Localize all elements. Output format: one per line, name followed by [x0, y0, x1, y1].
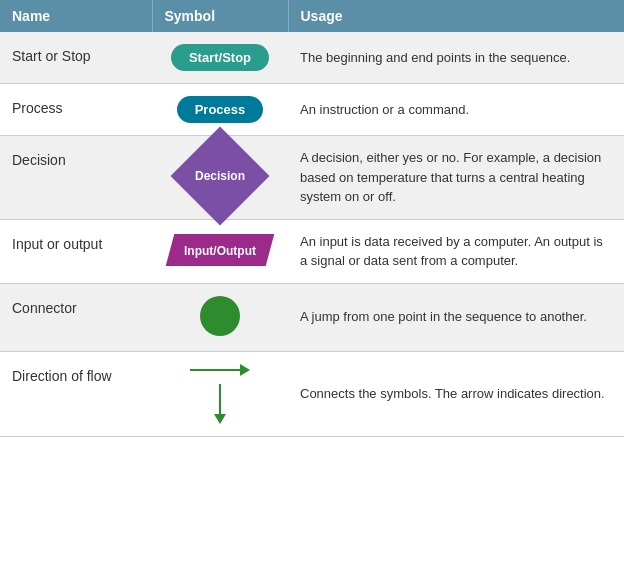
row-usage: An instruction or a command.	[288, 84, 624, 136]
connector-symbol	[200, 296, 240, 336]
table-row: Decision Decision A decision, either yes…	[0, 136, 624, 220]
vertical-arrow	[214, 384, 226, 424]
row-usage: A jump from one point in the sequence to…	[288, 283, 624, 351]
row-usage: The beginning and end points in the sequ…	[288, 32, 624, 84]
row-symbol	[152, 351, 288, 436]
arrow-v-line	[219, 384, 221, 414]
input-output-symbol: Input/Output	[170, 234, 270, 269]
col-header-name: Name	[0, 0, 152, 32]
arrow-v-head	[214, 414, 226, 424]
table-row: Direction of flow Connects the symbols. …	[0, 351, 624, 436]
row-name: Direction of flow	[0, 351, 152, 436]
table-row: Connector A jump from one point in the s…	[0, 283, 624, 351]
table-row: Input or output Input/Output An input is…	[0, 219, 624, 283]
row-name: Decision	[0, 136, 152, 220]
row-name: Connector	[0, 283, 152, 351]
diamond-label: Decision	[195, 169, 245, 183]
arrow-h-line	[190, 369, 240, 371]
flowchart-symbols-table: Name Symbol Usage Start or Stop Start/St…	[0, 0, 624, 437]
table-row: Start or Stop Start/Stop The beginning a…	[0, 32, 624, 84]
row-symbol	[152, 283, 288, 351]
start-stop-symbol: Start/Stop	[171, 44, 269, 71]
row-symbol: Input/Output	[152, 219, 288, 283]
col-header-usage: Usage	[288, 0, 624, 32]
decision-symbol: Decision	[175, 151, 265, 201]
row-symbol: Start/Stop	[152, 32, 288, 84]
col-header-symbol: Symbol	[152, 0, 288, 32]
row-usage: Connects the symbols. The arrow indicate…	[288, 351, 624, 436]
row-usage: A decision, either yes or no. For exampl…	[288, 136, 624, 220]
row-name: Start or Stop	[0, 32, 152, 84]
direction-of-flow-symbol	[164, 364, 276, 424]
row-symbol: Decision	[152, 136, 288, 220]
row-name: Input or output	[0, 219, 152, 283]
horizontal-arrow	[190, 364, 250, 376]
process-symbol: Process	[177, 96, 264, 123]
row-name: Process	[0, 84, 152, 136]
row-usage: An input is data received by a computer.…	[288, 219, 624, 283]
table-row: Process Process An instruction or a comm…	[0, 84, 624, 136]
arrow-h-head	[240, 364, 250, 376]
parallelogram-label: Input/Output	[184, 244, 256, 258]
